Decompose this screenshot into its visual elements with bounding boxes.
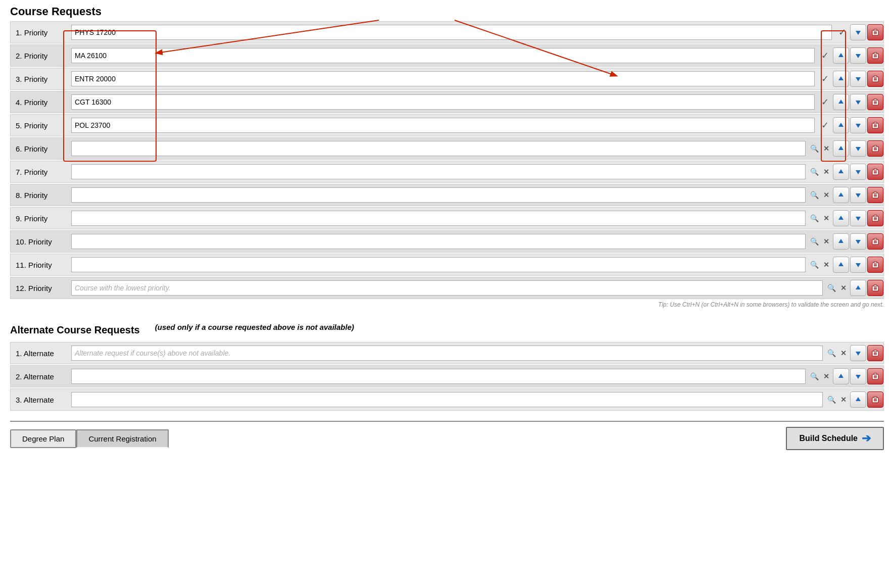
delete-button[interactable] xyxy=(867,24,883,40)
course-input[interactable] xyxy=(71,346,823,361)
move-up-button[interactable] xyxy=(833,117,849,133)
move-down-button[interactable] xyxy=(850,117,866,133)
move-down-button[interactable] xyxy=(850,257,866,273)
move-up-button[interactable] xyxy=(833,47,849,64)
priority-row: 9. Priority🔍✕ xyxy=(10,207,884,229)
course-input[interactable] xyxy=(71,71,815,86)
delete-button[interactable] xyxy=(867,280,883,296)
search-icon[interactable]: 🔍 xyxy=(809,213,820,224)
row-actions: ✓ xyxy=(818,47,883,64)
delete-button[interactable] xyxy=(867,140,883,157)
move-up-button[interactable] xyxy=(833,210,849,226)
course-input[interactable] xyxy=(71,280,823,296)
course-input[interactable] xyxy=(71,234,806,249)
clear-icon[interactable]: ✕ xyxy=(821,143,832,154)
move-down-button[interactable] xyxy=(850,24,866,40)
priority-label: 4. Priority xyxy=(11,98,71,107)
course-input[interactable] xyxy=(71,211,806,226)
move-down-button[interactable] xyxy=(850,345,866,361)
course-input[interactable] xyxy=(71,25,832,40)
course-input[interactable] xyxy=(71,257,806,272)
search-icon[interactable]: 🔍 xyxy=(826,394,837,405)
search-icon[interactable]: 🔍 xyxy=(809,236,820,247)
priority-label: 9. Priority xyxy=(11,214,71,223)
clear-icon[interactable]: ✕ xyxy=(821,236,832,247)
clear-icon[interactable]: ✕ xyxy=(821,166,832,177)
delete-button[interactable] xyxy=(867,187,883,203)
move-down-button[interactable] xyxy=(850,210,866,226)
search-icon[interactable]: 🔍 xyxy=(809,166,820,177)
svg-rect-28 xyxy=(874,145,877,147)
move-down-button[interactable] xyxy=(850,164,866,180)
search-icon[interactable]: 🔍 xyxy=(809,371,820,382)
move-up-button[interactable] xyxy=(850,280,866,296)
move-down-button[interactable] xyxy=(850,71,866,87)
move-up-button[interactable] xyxy=(850,391,866,408)
move-up-button[interactable] xyxy=(833,71,849,87)
svg-rect-53 xyxy=(874,262,877,263)
course-input[interactable] xyxy=(71,48,815,63)
search-icon[interactable]: 🔍 xyxy=(809,189,820,201)
clear-icon[interactable]: ✕ xyxy=(821,213,832,224)
delete-button[interactable] xyxy=(867,94,883,110)
priority-label: 1. Priority xyxy=(11,28,71,37)
svg-rect-73 xyxy=(874,397,877,398)
move-down-button[interactable] xyxy=(850,94,866,110)
move-up-button[interactable] xyxy=(833,233,849,250)
degree-plan-button[interactable]: Degree Plan xyxy=(10,429,76,448)
move-up-button[interactable] xyxy=(833,187,849,203)
search-icon[interactable]: 🔍 xyxy=(809,143,820,154)
search-icon[interactable]: 🔍 xyxy=(826,348,837,359)
row-actions: 🔍✕ xyxy=(826,345,883,361)
svg-rect-18 xyxy=(874,99,877,101)
clear-icon[interactable]: ✕ xyxy=(821,259,832,270)
delete-button[interactable] xyxy=(867,257,883,273)
course-input[interactable] xyxy=(71,164,806,179)
move-down-button[interactable] xyxy=(850,47,866,64)
clear-icon[interactable]: ✕ xyxy=(838,282,849,293)
delete-button[interactable] xyxy=(867,368,883,384)
delete-button[interactable] xyxy=(867,391,883,408)
delete-button[interactable] xyxy=(867,117,883,133)
clear-icon[interactable]: ✕ xyxy=(838,348,849,359)
search-icon[interactable]: 🔍 xyxy=(809,259,820,270)
move-down-button[interactable] xyxy=(850,140,866,157)
priority-row: 1. Alternate🔍✕ xyxy=(10,342,884,364)
delete-button[interactable] xyxy=(867,47,883,64)
priority-label: 8. Priority xyxy=(11,191,71,200)
move-up-button[interactable] xyxy=(833,94,849,110)
move-up-button[interactable] xyxy=(833,164,849,180)
course-input[interactable] xyxy=(71,187,806,203)
page-title: Course Requests xyxy=(10,5,884,18)
check-icon: ✓ xyxy=(818,72,832,86)
move-down-button[interactable] xyxy=(850,368,866,384)
move-down-button[interactable] xyxy=(850,187,866,203)
priorities-container: 1. Priority✓ 2. Priority✓ 3. Priority✓ 4… xyxy=(10,21,884,299)
course-input[interactable] xyxy=(71,369,806,384)
move-up-button[interactable] xyxy=(833,257,849,273)
svg-rect-13 xyxy=(874,76,877,77)
delete-button[interactable] xyxy=(867,71,883,87)
build-schedule-button[interactable]: Build Schedule ➔ xyxy=(786,427,884,450)
priority-row: 10. Priority🔍✕ xyxy=(10,230,884,253)
move-up-button[interactable] xyxy=(833,140,849,157)
current-registration-button[interactable]: Current Registration xyxy=(76,429,168,448)
search-icon[interactable]: 🔍 xyxy=(826,282,837,293)
svg-rect-68 xyxy=(874,373,877,375)
move-up-button[interactable] xyxy=(833,368,849,384)
delete-button[interactable] xyxy=(867,345,883,361)
delete-button[interactable] xyxy=(867,164,883,180)
clear-icon[interactable]: ✕ xyxy=(838,394,849,405)
delete-button[interactable] xyxy=(867,233,883,250)
course-input[interactable] xyxy=(71,141,806,156)
course-input[interactable] xyxy=(71,94,815,110)
check-icon: ✓ xyxy=(818,95,832,109)
clear-icon[interactable]: ✕ xyxy=(821,371,832,382)
delete-button[interactable] xyxy=(867,210,883,226)
move-down-button[interactable] xyxy=(850,233,866,250)
svg-rect-3 xyxy=(874,29,877,31)
clear-icon[interactable]: ✕ xyxy=(821,189,832,201)
build-schedule-arrow-icon: ➔ xyxy=(862,432,871,445)
course-input[interactable] xyxy=(71,392,823,407)
course-input[interactable] xyxy=(71,118,815,133)
